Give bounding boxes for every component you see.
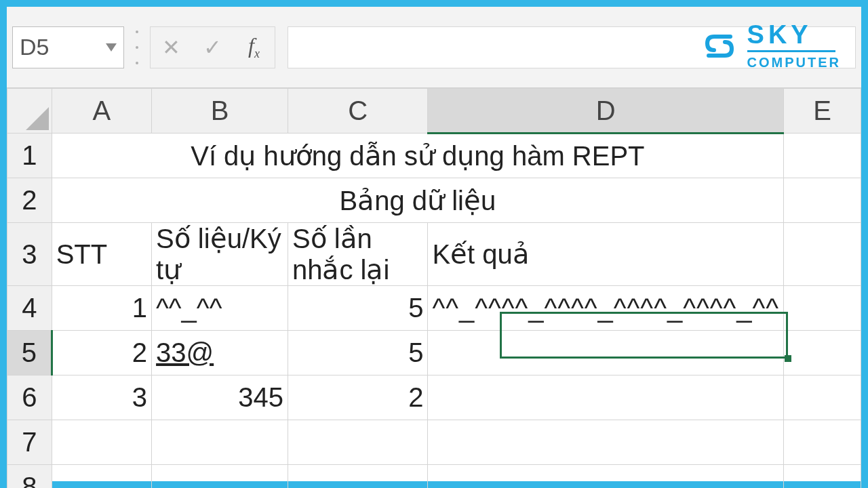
row-header-3[interactable]: 3 [7, 223, 52, 286]
cell-E3[interactable] [784, 223, 861, 286]
logo-icon [700, 26, 739, 66]
cell-E8[interactable] [784, 465, 861, 489]
cell-A5[interactable]: 2 [52, 331, 151, 375]
name-box[interactable]: D5 [12, 26, 124, 68]
cell-D3[interactable]: Kết quả [428, 223, 784, 286]
row-6: 6 3 345 2 [7, 375, 861, 420]
cell-A7[interactable] [52, 420, 151, 465]
cell-B3[interactable]: Số liệu/Ký tự [152, 223, 288, 286]
logo-divider [747, 50, 835, 52]
cell-A2-subtitle[interactable]: Bảng dữ liệu [52, 178, 783, 223]
row-header-6[interactable]: 6 [7, 375, 52, 420]
row-header-5[interactable]: 5 [7, 331, 52, 375]
row-1: 1 Ví dụ hướng dẫn sử dụng hàm REPT [7, 134, 861, 178]
cell-E4[interactable] [784, 286, 861, 331]
cell-C7[interactable] [288, 420, 428, 465]
col-header-D[interactable]: D [428, 89, 784, 134]
row-header-8[interactable]: 8 [7, 465, 52, 489]
cell-D4[interactable]: ^^_^^^^_^^^^_^^^^_^^^^_^^ [428, 286, 784, 331]
brand-logo: SKY COMPUTER [700, 22, 841, 70]
row-4: 4 1 ^^_^^ 5 ^^_^^^^_^^^^_^^^^_^^^^_^^ [7, 286, 861, 331]
row-3: 3 STT Số liệu/Ký tự Số lần nhắc lại Kết … [7, 223, 861, 286]
row-header-2[interactable]: 2 [7, 178, 52, 223]
fill-handle[interactable] [785, 355, 791, 362]
col-header-B[interactable]: B [152, 89, 288, 134]
select-all-corner[interactable] [7, 89, 52, 134]
col-header-C[interactable]: C [288, 89, 428, 134]
formula-buttons: ✕ ✓ fx [150, 26, 275, 68]
col-header-E[interactable]: E [784, 89, 861, 134]
logo-brand: SKY [747, 22, 841, 47]
cell-B7[interactable] [152, 420, 288, 465]
cell-A4[interactable]: 1 [52, 286, 151, 331]
cell-E7[interactable] [784, 420, 861, 465]
fx-icon: fx [248, 33, 260, 61]
row-5: 5 2 33@ 5 [7, 331, 861, 375]
col-header-A[interactable]: A [52, 89, 151, 134]
column-header-row: A B C D E [7, 89, 861, 134]
cell-E2[interactable] [784, 178, 861, 223]
cell-D6[interactable] [428, 375, 784, 420]
cell-A6[interactable]: 3 [52, 375, 151, 420]
name-box-value: D5 [20, 34, 49, 60]
cancel-button[interactable]: ✕ [158, 34, 185, 61]
check-icon: ✓ [203, 35, 222, 60]
worksheet[interactable]: A B C D E 1 Ví dụ hướng dẫn sử dụng hàm … [7, 88, 861, 488]
cell-E1[interactable] [784, 134, 861, 178]
cell-B5[interactable]: 33@ [152, 331, 288, 375]
logo-sub: COMPUTER [747, 55, 841, 70]
row-header-1[interactable]: 1 [7, 134, 52, 178]
separator-dots [136, 30, 138, 64]
row-2: 2 Bảng dữ liệu [7, 178, 861, 223]
grid-table: A B C D E 1 Ví dụ hướng dẫn sử dụng hàm … [7, 88, 861, 488]
cell-A8[interactable] [52, 465, 151, 489]
excel-window: D5 ✕ ✓ fx SKY COMPUTER [7, 7, 861, 481]
cell-A1-title[interactable]: Ví dụ hướng dẫn sử dụng hàm REPT [52, 134, 783, 178]
cell-A3[interactable]: STT [52, 223, 151, 286]
cell-D7[interactable] [428, 420, 784, 465]
cell-D5[interactable] [428, 331, 784, 375]
cell-C4[interactable]: 5 [288, 286, 428, 331]
cell-C8[interactable] [288, 465, 428, 489]
row-header-4[interactable]: 4 [7, 286, 52, 331]
row-header-7[interactable]: 7 [7, 420, 52, 465]
cell-B8[interactable] [152, 465, 288, 489]
cell-B6[interactable]: 345 [152, 375, 288, 420]
cell-B4[interactable]: ^^_^^ [152, 286, 288, 331]
cell-D8[interactable] [428, 465, 784, 489]
cell-C5[interactable]: 5 [288, 331, 428, 375]
cell-E6[interactable] [784, 375, 861, 420]
row-8: 8 [7, 465, 861, 489]
row-7: 7 [7, 420, 861, 465]
insert-function-button[interactable]: fx [241, 34, 268, 61]
x-icon: ✕ [162, 35, 180, 60]
enter-button[interactable]: ✓ [199, 34, 226, 61]
logo-text: SKY COMPUTER [747, 22, 841, 70]
cell-C6[interactable]: 2 [288, 375, 428, 420]
chevron-down-icon[interactable] [106, 43, 117, 52]
cell-C3[interactable]: Số lần nhắc lại [288, 223, 428, 286]
cell-E5[interactable] [784, 331, 861, 375]
